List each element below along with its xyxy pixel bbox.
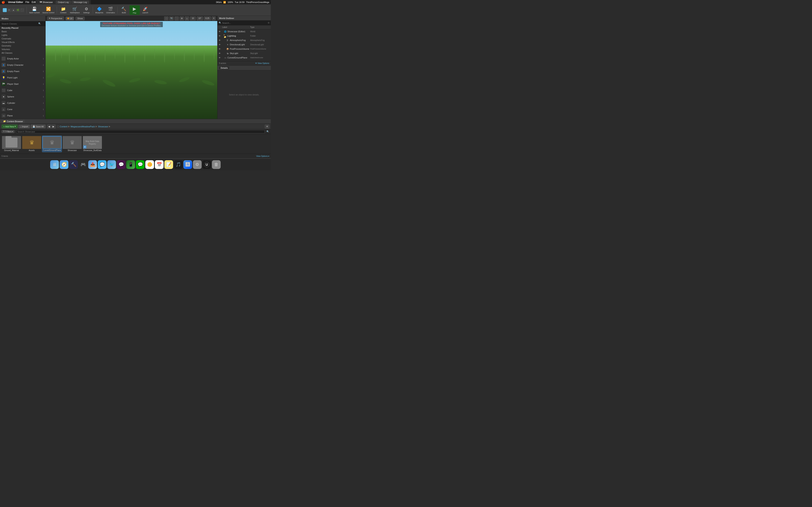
dock-epic-games[interactable]: 🎮	[79, 160, 88, 169]
cb-search-input[interactable]	[16, 130, 265, 133]
outliner-view-options[interactable]: 👁 View Options	[255, 62, 269, 64]
add-new-button[interactable]: + Add New ▾	[2, 125, 18, 128]
build-button[interactable]: 🔨 Build	[119, 5, 129, 15]
cb-view-options[interactable]: View Options ▾	[256, 155, 269, 157]
viewport-angle-snap[interactable]: 10°	[197, 16, 203, 20]
search-classes-input[interactable]	[2, 22, 38, 25]
settings-button[interactable]: ⚙ Settings	[81, 5, 92, 15]
actor-cone[interactable]: △ Cone ℹ	[0, 106, 45, 112]
outliner-item-ppv[interactable]: 👁 📦 PostProcessVolume PostProcessVolume	[217, 47, 271, 51]
cb-path-showcase[interactable]: Showcase	[98, 125, 108, 128]
actor-cube[interactable]: ⬛ Cube ℹ	[0, 87, 45, 94]
perspective-button[interactable]: ▾ Perspective	[47, 16, 64, 20]
blueprints-button[interactable]: 🔷 Blueprints	[94, 5, 104, 15]
category-geometry[interactable]: Geometry	[0, 44, 45, 48]
outliner-item-showcase[interactable]: 👁 🌐 Showcase (Editor) World	[217, 29, 271, 34]
dock-mikrolern[interactable]: 🐦	[107, 160, 116, 169]
apple-menu[interactable]: 🍎	[2, 1, 5, 4]
filters-button[interactable]: T T Filters ▾	[2, 130, 14, 133]
dock-app-store[interactable]: 🅰	[184, 160, 192, 169]
actor-empty-pawn[interactable]: 👤 Empty Pawn ℹ	[0, 68, 45, 74]
cb-path-megascans[interactable]: MegascansMeadowPack	[70, 125, 95, 128]
category-basic[interactable]: Basic	[0, 30, 45, 33]
actor-empty-actor[interactable]: ⬛ Empty Actor ℹ	[0, 55, 45, 62]
dock-telegram[interactable]: 💬	[98, 160, 106, 169]
category-all-classes[interactable]: All Classes	[0, 51, 45, 55]
viewport-options-4[interactable]: ⊞	[180, 16, 184, 20]
dock-finder[interactable]: 🖥	[50, 160, 59, 169]
viewport-fov[interactable]: 4	[212, 16, 216, 20]
launch-button[interactable]: 🚀 Launch	[140, 5, 150, 15]
outliner-settings-icon[interactable]: ⚙	[268, 21, 270, 24]
actor-point-light[interactable]: 💡 Point Light ℹ	[0, 74, 45, 81]
save-all-button[interactable]: 💾 Save All	[31, 125, 46, 128]
content-item-showcase-builtdata[interactable]: Map Build Data Registry + Showcase_Built…	[83, 136, 102, 152]
dock-notes[interactable]: 📝	[164, 160, 173, 169]
mode-place[interactable]: ⬚	[3, 8, 7, 12]
actor-cylinder[interactable]: ▬ Cylinder ℹ	[0, 100, 45, 106]
modes-button[interactable]: ⬚ ✏ ▲ 🌿 ⬛	[2, 5, 26, 15]
viewport-options-5[interactable]: △	[185, 16, 189, 20]
dock-line[interactable]: 💬	[136, 160, 145, 169]
mode-paint[interactable]: ✏	[7, 8, 11, 12]
content-item-assets[interactable]: ♛ Assets	[22, 136, 42, 152]
cb-path-content[interactable]: Content	[60, 125, 67, 128]
outliner-item-atmos-fog[interactable]: 👁 🌫 AtmosphericFog AtmosphericFog	[217, 38, 271, 42]
dock-safari[interactable]: 🧭	[60, 160, 68, 169]
mode-landscape[interactable]: ▲	[11, 8, 15, 12]
tab-output-log[interactable]: Output Log	[55, 1, 71, 4]
cb-settings-btn[interactable]: ⚙	[265, 125, 269, 128]
dock-transporter[interactable]: 📤	[88, 160, 97, 169]
content-browser-tab[interactable]: 📁 Content Browser	[2, 120, 24, 123]
dock-trash[interactable]: 🗑	[212, 160, 221, 169]
source-control-button[interactable]: 🔀 Source Control	[41, 5, 55, 15]
dock-xcode[interactable]: 🔨	[69, 160, 78, 169]
show-button[interactable]: Show	[75, 17, 85, 20]
cb-forward-button[interactable]: ▶	[52, 125, 55, 128]
outliner-search-input[interactable]	[222, 22, 267, 24]
dock-calendar[interactable]: 📅	[155, 160, 163, 169]
actor-sphere[interactable]: ● Sphere ℹ	[0, 94, 45, 100]
mode-mesh[interactable]: ⬛	[20, 8, 24, 12]
outliner-item-sky-light[interactable]: 👁 🌤 SkyLight SkyLight	[217, 51, 271, 55]
outliner-item-lighting[interactable]: 👁 ▸📁 Lighting Folder	[217, 34, 271, 38]
dock-unreal[interactable]: U	[202, 160, 211, 169]
content-item-curved-ground-plane[interactable]: ♛ CurvedGroundPlane	[42, 136, 62, 152]
tab-message-log[interactable]: Message Log	[71, 1, 89, 4]
viewport-scene[interactable]: TEXTURE STREAMING POOL OVER 1.206 GiB BU…	[46, 21, 217, 119]
dock-facetime[interactable]: 📱	[126, 160, 135, 169]
tab-showcase[interactable]: 🗺 Showcase	[37, 1, 55, 4]
import-button[interactable]: ↓ Import	[18, 125, 30, 128]
lit-button[interactable]: Lit	[66, 17, 74, 20]
dock-photos[interactable]: 🌼	[145, 160, 154, 169]
actor-player-start[interactable]: 🏁 Player Start ℹ	[0, 81, 45, 87]
cb-back-button[interactable]: ◀	[47, 125, 51, 128]
save-current-button[interactable]: 💾 Save Current	[28, 5, 41, 15]
actor-plane[interactable]: ▭ Plane ℹ	[0, 112, 45, 119]
viewport-camera-speed[interactable]: 0.25	[204, 16, 211, 20]
marketplace-button[interactable]: 🛒 Marketplace	[69, 5, 81, 15]
content-item-ground-material[interactable]: Ground_Material	[2, 136, 21, 152]
viewport-options-2[interactable]: 📷	[169, 16, 174, 20]
dock-slack[interactable]: 💬	[117, 160, 125, 169]
category-volumes[interactable]: Volumes	[0, 48, 45, 51]
content-item-showcase-asset[interactable]: ♛ Showcase	[62, 136, 82, 152]
dock-music[interactable]: 🎵	[174, 160, 183, 169]
cinematics-button[interactable]: 🎬 Cinematics	[105, 5, 116, 15]
outliner-item-dir-light[interactable]: 👁 ☀ DirectionalLight DirectionalLight	[217, 42, 271, 47]
menu-edit[interactable]: Edit	[32, 1, 36, 4]
category-lights[interactable]: Lights	[0, 33, 45, 37]
category-recently-placed[interactable]: Recently Placed	[0, 26, 45, 30]
play-button[interactable]: ▶ Play	[130, 5, 140, 15]
category-cinematic[interactable]: Cinematic	[0, 37, 45, 40]
content-button[interactable]: 📁 Content	[58, 5, 68, 15]
mode-foliage[interactable]: 🌿	[16, 8, 20, 12]
outliner-item-curved-ground[interactable]: 👁 ▭ CurvedGroundPlane StaticMeshActor	[217, 55, 271, 60]
category-visual-effects[interactable]: Visual Effects	[0, 40, 45, 44]
menu-file[interactable]: File	[26, 1, 29, 4]
viewport-options-1[interactable]: ⬚	[164, 16, 168, 20]
viewport-grid-size[interactable]: 10	[190, 16, 196, 20]
details-tab[interactable]: Details	[219, 66, 230, 69]
actor-empty-character[interactable]: 👤 Empty Character ℹ	[0, 62, 45, 68]
viewport-options-3[interactable]: ⬛	[174, 16, 179, 20]
